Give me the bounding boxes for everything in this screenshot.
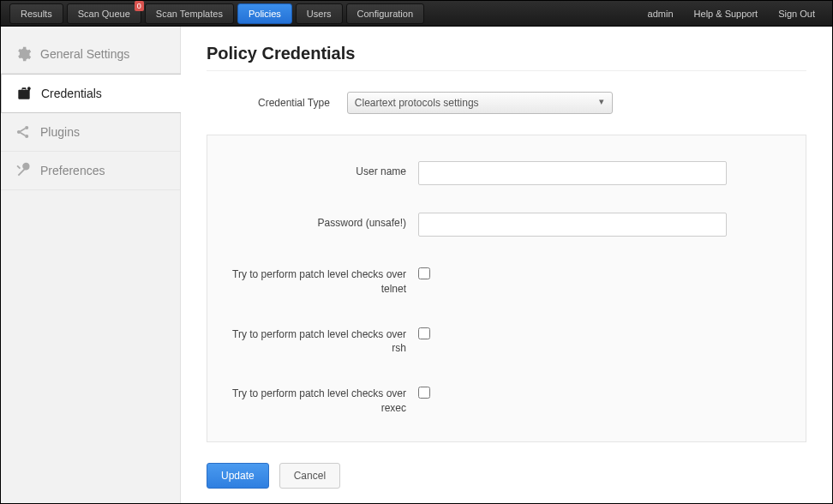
credential-type-row: Credential Type Cleartext protocols sett… xyxy=(207,92,806,114)
username-label: User name xyxy=(221,161,418,179)
share-icon xyxy=(15,123,32,141)
credentials-form: User name Password (unsafe!) Try to perf… xyxy=(207,135,806,442)
top-nav: Results Scan Queue 0 Scan Templates Poli… xyxy=(1,1,832,27)
nav-users[interactable]: Users xyxy=(296,3,343,24)
sidebar-item-credentials[interactable]: Credentials xyxy=(1,74,181,113)
page-title: Policy Credentials xyxy=(207,44,806,63)
nav-scan-queue-label: Scan Queue xyxy=(78,9,130,19)
nav-policies[interactable]: Policies xyxy=(237,3,292,24)
check-rsh-checkbox[interactable] xyxy=(418,327,430,339)
button-bar: Update Cancel xyxy=(207,463,806,489)
nav-results[interactable]: Results xyxy=(9,3,63,24)
password-label: Password (unsafe!) xyxy=(221,213,418,231)
password-input[interactable] xyxy=(418,213,727,237)
check-rsh-label: Try to perform patch level checks over r… xyxy=(221,324,418,357)
update-button[interactable]: Update xyxy=(207,463,269,489)
sidebar-item-label: Plugins xyxy=(40,125,80,139)
credential-type-select-wrap: Cleartext protocols settings xyxy=(347,92,613,114)
scan-queue-badge: 0 xyxy=(135,1,144,11)
sidebar-item-plugins[interactable]: Plugins xyxy=(1,113,180,152)
briefcase-lock-icon xyxy=(15,85,33,102)
credential-type-select[interactable]: Cleartext protocols settings xyxy=(347,92,613,114)
sidebar-item-general-settings[interactable]: General Settings xyxy=(1,35,180,74)
sidebar: General Settings Credentials Plugins Pre… xyxy=(1,27,181,503)
content: General Settings Credentials Plugins Pre… xyxy=(1,27,832,503)
nav-configuration[interactable]: Configuration xyxy=(346,3,424,24)
help-link[interactable]: Help & Support xyxy=(694,9,758,19)
svg-rect-1 xyxy=(28,88,30,91)
nav-scan-queue[interactable]: Scan Queue 0 xyxy=(67,3,141,24)
main-panel: Policy Credentials Credential Type Clear… xyxy=(181,27,832,503)
username-input[interactable] xyxy=(418,161,727,185)
gear-icon xyxy=(15,45,32,63)
signout-link[interactable]: Sign Out xyxy=(778,9,815,19)
user-link[interactable]: admin xyxy=(648,9,674,19)
sidebar-item-label: General Settings xyxy=(40,47,129,61)
wrench-icon xyxy=(15,162,32,179)
credential-type-label: Credential Type xyxy=(258,97,330,109)
cancel-button[interactable]: Cancel xyxy=(279,463,340,489)
check-telnet-label: Try to perform patch level checks over t… xyxy=(221,264,418,297)
check-rexec-checkbox[interactable] xyxy=(418,387,430,399)
divider xyxy=(207,70,806,71)
check-telnet-checkbox[interactable] xyxy=(418,267,430,279)
sidebar-item-label: Credentials xyxy=(41,87,102,100)
nav-scan-templates[interactable]: Scan Templates xyxy=(145,3,234,24)
sidebar-item-label: Preferences xyxy=(40,164,105,177)
sidebar-item-preferences[interactable]: Preferences xyxy=(1,152,180,190)
check-rexec-label: Try to perform patch level checks over r… xyxy=(221,383,418,416)
